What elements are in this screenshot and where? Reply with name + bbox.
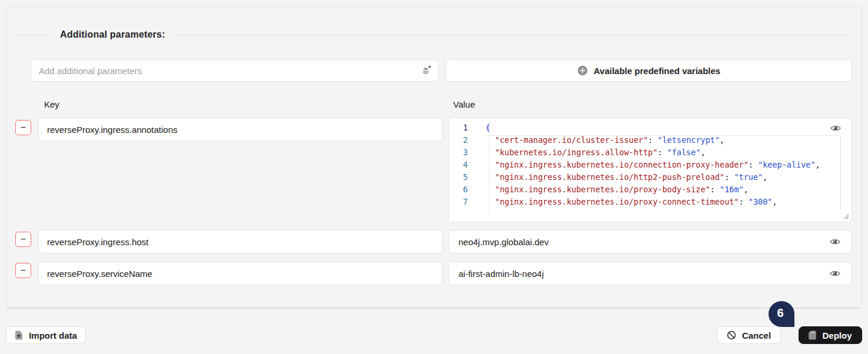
line-number: 7 [449, 196, 478, 208]
value-input-row-3[interactable] [448, 262, 852, 285]
predefined-variables-label: Available predefined variables [594, 66, 720, 76]
value-input-row-2[interactable] [448, 230, 852, 253]
remove-row-button[interactable]: − [15, 232, 31, 247]
value-column-header: Value [453, 99, 475, 109]
deploy-button[interactable]: Deploy [799, 326, 862, 344]
line-number: 5 [449, 171, 478, 183]
remove-row-button[interactable]: − [15, 120, 31, 135]
import-data-label: Import data [29, 330, 77, 340]
key-input-row-3[interactable] [38, 262, 443, 285]
divider-line-right [172, 35, 851, 35]
add-parameter-field-wrap [31, 59, 438, 82]
code-line: 3 "kubernetes.io/ingress.allow-http": "f… [449, 146, 852, 159]
cancel-button[interactable]: Cancel [717, 326, 781, 344]
editor-scroll-edge [840, 136, 841, 209]
code-line: 5 "nginx.ingress.kubernetes.io/http2-pus… [449, 171, 852, 183]
code-line: 4 "nginx.ingress.kubernetes.io/connectio… [449, 159, 852, 171]
plus-circle-icon [577, 65, 588, 76]
code-line: 1 { [449, 122, 852, 134]
minus-icon: − [21, 235, 26, 244]
eye-icon[interactable] [830, 238, 840, 246]
line-number: 3 [449, 146, 478, 159]
line-number: 4 [449, 159, 478, 171]
eye-icon[interactable] [830, 124, 841, 132]
eye-icon[interactable] [830, 269, 840, 278]
divider-line-left [15, 35, 53, 35]
add-parameter-input[interactable] [31, 59, 438, 82]
available-predefined-variables-button[interactable]: Available predefined variables [445, 59, 852, 82]
line-number: 6 [449, 183, 478, 196]
code-line: 6 "nginx.ingress.kubernetes.io/proxy-bod… [449, 183, 852, 196]
key-input-row-2[interactable] [38, 230, 443, 253]
section-divider: Additional parameters: [15, 28, 851, 41]
layers-plus-icon[interactable] [421, 65, 431, 76]
import-data-button[interactable]: Import data [6, 326, 86, 344]
section-title: Additional parameters: [60, 29, 165, 40]
cancel-label: Cancel [742, 330, 771, 340]
deploy-label: Deploy [822, 330, 852, 340]
remove-row-button[interactable]: − [15, 263, 31, 278]
active-line-underline [490, 135, 841, 136]
line-number: 1 [449, 122, 478, 134]
key-input-row-1[interactable] [38, 118, 443, 141]
step-number: 6 [777, 306, 783, 320]
cancel-slash-icon [727, 330, 736, 340]
step-annotation-badge: 6 [769, 301, 794, 327]
resize-handle-icon[interactable] [842, 212, 849, 219]
minus-icon: − [21, 123, 26, 132]
file-upload-icon [15, 330, 23, 340]
value-field-wrap [448, 230, 852, 253]
deploy-icon [809, 330, 816, 340]
line-number: 2 [449, 134, 478, 146]
value-field-wrap [448, 262, 852, 285]
code-editor[interactable]: 1 { 2 "cert-manager.io/cluster-issuer": … [448, 118, 852, 222]
key-column-header: Key [44, 99, 59, 109]
code-line: 2 "cert-manager.io/cluster-issuer": "let… [449, 134, 852, 146]
minus-icon: − [21, 266, 26, 275]
code-line: 7 "nginx.ingress.kubernetes.io/proxy-con… [449, 196, 852, 208]
